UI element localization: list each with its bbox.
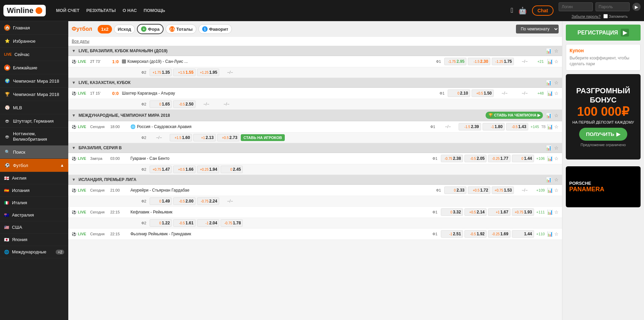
stats-icon[interactable]: 📊 bbox=[547, 231, 553, 237]
plus-count[interactable]: +109 bbox=[535, 188, 546, 192]
bet-cell[interactable]: -0.752.38 bbox=[441, 155, 463, 162]
bet-cell[interactable]: +0.52.14 bbox=[464, 208, 487, 216]
chart-icon[interactable]: 📊 bbox=[546, 80, 551, 85]
stats-icon[interactable]: 📊 bbox=[547, 91, 553, 96]
nav-help[interactable]: ПОМОЩЬ bbox=[144, 8, 165, 13]
bet-cell[interactable]: +0.51.50 bbox=[472, 89, 494, 97]
sidebar-item-home[interactable]: 🏠 Главная bbox=[0, 21, 68, 34]
sidebar-item-nottingham[interactable]: 🏟 Ноттингем, Великобритания bbox=[0, 128, 68, 145]
bet-cell[interactable]: +0.751.47 bbox=[150, 166, 172, 173]
sidebar-item-mlb[interactable]: ⚾ MLB bbox=[0, 101, 68, 114]
section-collapse-arrow[interactable]: ▼ bbox=[72, 145, 76, 150]
bet-cell[interactable]: +0.51.66 bbox=[173, 166, 195, 173]
sidebar-item-stuttgart[interactable]: 🏟 Штутгарт, Германия bbox=[0, 114, 68, 128]
tab-1x2[interactable]: 1x2 bbox=[98, 25, 112, 33]
all-dates-link[interactable]: Все даты bbox=[72, 39, 89, 44]
login-input[interactable] bbox=[559, 2, 593, 11]
ad-get-button[interactable]: ПОЛУЧИТЬ ▶ bbox=[579, 128, 627, 141]
bet-cell[interactable]: -0.51.92 bbox=[464, 230, 487, 238]
remember-checkbox[interactable] bbox=[603, 14, 608, 18]
bet-cell[interactable]: +1.51.60 bbox=[170, 134, 192, 141]
bet-cell[interactable]: +1.251.95 bbox=[197, 69, 219, 76]
bet-cell[interactable]: -0.751.78 bbox=[221, 219, 243, 227]
star-icon[interactable]: ☆ bbox=[554, 145, 559, 151]
register-button[interactable]: РЕГИСТРАЦИЯ ▶ bbox=[566, 25, 641, 41]
plus-count[interactable]: +111 bbox=[535, 210, 546, 214]
auth-submit-button[interactable]: ▶ bbox=[632, 3, 641, 11]
remember-label[interactable]: Запомнить bbox=[603, 14, 628, 18]
bet-cell[interactable]: 01.44 bbox=[512, 155, 534, 162]
bet-cell[interactable]: -0.752.24 bbox=[197, 197, 219, 205]
bet-cell[interactable]: +0.251.94 bbox=[197, 166, 219, 173]
bet-cell[interactable]: -0.52.50 bbox=[173, 100, 195, 108]
sidebar-item-england[interactable]: 🏴󠁧󠁢󠁥󠁮󠁧󠁿 Англия bbox=[0, 172, 68, 184]
bet-cell[interactable]: -12.51 bbox=[441, 230, 463, 238]
bet-on-champion-button[interactable]: 🏆 СТАВЬ НА ЧЕМПИОНА ▶ bbox=[486, 112, 543, 119]
bet-cell[interactable]: +11.67 bbox=[488, 208, 510, 216]
sidebar-item-wc1[interactable]: 🌍 Чемпионат Мира 2018 bbox=[0, 74, 68, 88]
sidebar-item-favorites[interactable]: ⭐ Избранное bbox=[0, 34, 68, 48]
bet-cell[interactable]: 02.33 bbox=[444, 186, 466, 194]
fav-icon[interactable]: ☆ bbox=[554, 124, 559, 129]
fav-icon[interactable]: ☆ bbox=[554, 156, 559, 161]
sidebar-item-live[interactable]: LIVE Сейчас bbox=[0, 48, 68, 61]
bet-cell[interactable]: +0.51.72 bbox=[468, 186, 490, 194]
bet-cell[interactable]: -0.251.77 bbox=[488, 155, 510, 162]
star-icon[interactable]: ☆ bbox=[554, 48, 559, 54]
tab-favorite[interactable]: 1 Фаворит bbox=[198, 24, 232, 34]
stats-icon[interactable]: 📊 bbox=[547, 59, 553, 64]
fav-icon[interactable]: ☆ bbox=[554, 59, 559, 64]
bet-cell[interactable]: -1.52.39 bbox=[459, 123, 481, 130]
apple-icon[interactable]:  bbox=[511, 6, 513, 14]
sidebar-item-football[interactable]: ⚽ Футбол ▲ bbox=[0, 159, 68, 172]
chart-icon[interactable]: 📊 bbox=[546, 177, 551, 182]
bet-cell[interactable]: -1.52.30 bbox=[468, 58, 490, 65]
bet-cell[interactable]: 01.49 bbox=[150, 197, 172, 205]
stats-icon[interactable]: 📊 bbox=[547, 187, 553, 193]
tab-totals[interactable]: 2.5 Тоталы bbox=[166, 24, 196, 34]
bet-cell[interactable]: -1.251.75 bbox=[492, 58, 514, 65]
chart-icon[interactable]: 📊 bbox=[546, 48, 551, 54]
plus-count[interactable]: +21 bbox=[535, 59, 546, 64]
nav-results[interactable]: РЕЗУЛЬТАТЫ bbox=[86, 8, 116, 13]
bet-cell[interactable]: +12.13 bbox=[193, 134, 215, 141]
fav-icon[interactable]: ☆ bbox=[554, 91, 559, 96]
bet-cell[interactable]: -0.251.69 bbox=[488, 230, 510, 238]
star-icon[interactable]: ☆ bbox=[554, 177, 559, 182]
nav-my-account[interactable]: МОЙ СЧЕТ bbox=[56, 8, 80, 13]
section-collapse-arrow[interactable]: ▼ bbox=[72, 177, 76, 182]
fav-icon[interactable]: ☆ bbox=[554, 187, 559, 193]
fav-icon[interactable]: ☆ bbox=[554, 231, 559, 237]
stats-icon[interactable]: 📊 bbox=[547, 124, 553, 129]
fav-icon[interactable]: ☆ bbox=[554, 209, 559, 215]
sidebar-item-nearest[interactable]: ⏰ Ближайшие bbox=[0, 61, 68, 74]
bet-cell[interactable]: +0.52.73 bbox=[217, 134, 239, 141]
bet-cell[interactable]: +1.751.35 bbox=[150, 69, 172, 76]
sidebar-item-australia[interactable]: 🇦🇺 Австралия bbox=[0, 209, 68, 221]
bet-cell[interactable]: 02.10 bbox=[448, 89, 470, 97]
chart-icon[interactable]: 📊 bbox=[546, 145, 551, 151]
sidebar-item-wc2[interactable]: 🏆 Чемпионат Мира 2018 bbox=[0, 88, 68, 101]
section-collapse-arrow[interactable]: ▼ bbox=[72, 80, 76, 85]
bet-cell[interactable]: +1.51.55 bbox=[173, 69, 195, 76]
plus-count[interactable]: +48 bbox=[535, 91, 546, 95]
bet-cell[interactable]: -0.52.05 bbox=[464, 155, 487, 162]
bet-cell[interactable]: 01.65 bbox=[150, 100, 172, 108]
plus-count[interactable]: +106 bbox=[535, 156, 546, 161]
sidebar-item-spain[interactable]: 🇪🇸 Испания bbox=[0, 184, 68, 197]
chat-button[interactable]: Chat bbox=[532, 5, 554, 16]
bet-cell[interactable]: 1.44 bbox=[512, 230, 534, 238]
bet-cell[interactable]: 02.45 bbox=[221, 166, 243, 173]
bet-cell[interactable]: +0.751.93 bbox=[512, 208, 534, 216]
password-input[interactable] bbox=[596, 2, 630, 11]
stats-icon[interactable]: 📊 bbox=[547, 156, 553, 161]
champ-select[interactable]: По чемпионату bbox=[516, 25, 559, 33]
stats-icon[interactable]: 📊 bbox=[547, 209, 553, 215]
bet-cell[interactable]: 03.32 bbox=[441, 208, 463, 216]
plus-count[interactable]: +145 bbox=[530, 125, 540, 129]
chart-icon[interactable]: 📊 bbox=[546, 113, 551, 118]
bet-cell[interactable]: -1.752.95 bbox=[444, 58, 466, 65]
bet-cell[interactable]: +0.751.53 bbox=[492, 186, 514, 194]
bet-on-players-button[interactable]: СТАВЬ НА ИГРОКОВ bbox=[241, 134, 285, 141]
star-icon[interactable]: ☆ bbox=[554, 80, 559, 85]
